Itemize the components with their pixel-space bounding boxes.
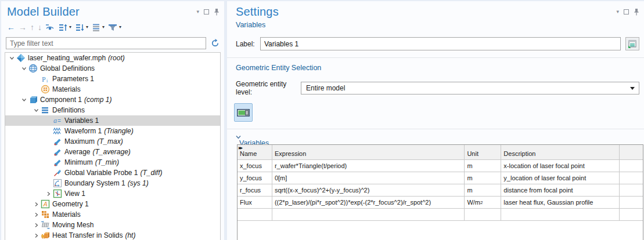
- unit-cell[interactable]: W/m2: [465, 197, 501, 208]
- tree-item-moving-mesh[interactable]: Moving Mesh: [5, 220, 220, 230]
- tree-item-view-1[interactable]: View 1: [5, 188, 220, 199]
- expand-arrow-icon[interactable]: [20, 97, 28, 103]
- extra-cell[interactable]: [620, 160, 643, 172]
- model-tree-display-button[interactable]: ▾: [92, 23, 105, 32]
- tree-item-materials[interactable]: Materials: [5, 209, 220, 220]
- unit-cell[interactable]: m: [465, 160, 501, 172]
- tree-item-variables-1[interactable]: a=Variables 1: [5, 115, 220, 126]
- collapse-caret-icon[interactable]: ▾: [196, 9, 199, 14]
- description-cell[interactable]: laser heat flux, Gaussian profile: [501, 197, 620, 208]
- tree-item-parameters-1[interactable]: PiParameters 1: [5, 74, 220, 84]
- expression-cell[interactable]: r_wafer*Triangle(t/period): [272, 160, 465, 172]
- nav-forward-button[interactable]: →: [19, 23, 27, 32]
- column-header-description[interactable]: Description: [501, 145, 620, 159]
- extra-cell[interactable]: [620, 184, 643, 196]
- tree-item-maximum[interactable]: Maximum(T_max): [5, 136, 220, 147]
- expand-arrow-icon[interactable]: [20, 66, 28, 71]
- globe-icon: [28, 64, 38, 73]
- geometry-icon: A: [40, 199, 50, 209]
- table-row: y_focus0[m]my_location of laser focal po…: [238, 172, 643, 184]
- name-cell[interactable]: Flux: [238, 197, 272, 208]
- tree-item-component-1[interactable]: Component 1(comp 1): [5, 94, 220, 105]
- collapse-arrow-icon[interactable]: [32, 233, 40, 238]
- move-up-button[interactable]: ↑: [30, 23, 34, 32]
- collapse-arrow-icon[interactable]: [32, 212, 40, 217]
- tree-item-boundary-system-1[interactable]: Boundary System 1(sys 1): [5, 178, 220, 188]
- view-icon: [52, 189, 62, 198]
- geometric-entity-level-dropdown[interactable]: Entire model: [301, 82, 639, 94]
- tree-item-minimum[interactable]: Minimum(T_min): [5, 157, 220, 168]
- tree-item-materials[interactable]: Materials: [5, 84, 220, 94]
- expression-cell[interactable]: sqrt((x-x_focus)^2+(y-y_focus)^2): [272, 184, 465, 196]
- tree-item-label: Parameters 1: [52, 75, 94, 83]
- unit-cell[interactable]: [465, 209, 501, 220]
- variables-icon: a=: [52, 116, 62, 125]
- float-icon[interactable]: [204, 9, 209, 14]
- tree-item-label: Boundary System 1(sys 1): [64, 179, 149, 187]
- refresh-icon[interactable]: [211, 39, 220, 48]
- extra-cell[interactable]: [620, 209, 643, 220]
- chevron-down-icon[interactable]: ▾: [86, 25, 88, 30]
- tree-item-waveform-1[interactable]: Waveform 1(Triangle): [5, 126, 220, 136]
- show-eye-button[interactable]: [45, 23, 55, 31]
- unit-cell[interactable]: m: [465, 184, 501, 196]
- name-cell[interactable]: [238, 209, 272, 220]
- table-row: r_focussqrt((x-x_focus)^2+(y-y_focus)^2)…: [238, 184, 643, 197]
- expression-cell[interactable]: [272, 209, 465, 220]
- filter-funnel-button[interactable]: ▾: [108, 23, 121, 32]
- tree-item-label: Heat Transfer in Solids(ht): [52, 231, 135, 239]
- expand-arrow-icon[interactable]: [32, 108, 40, 113]
- collapse-arrow-icon[interactable]: [32, 223, 40, 228]
- chevron-down-icon[interactable]: ▾: [102, 25, 105, 30]
- description-cell[interactable]: x-location of laser focal point: [501, 160, 620, 172]
- expression-cell[interactable]: ((2*p_laser)/(pi*r_spot^2))*exp(-(2*r_fo…: [272, 197, 465, 208]
- description-cell[interactable]: distance from focal point: [501, 184, 620, 196]
- tree-item-laser-heating-wafer-mph[interactable]: laser_heating_wafer.mph(root): [5, 53, 220, 63]
- chevron-down-icon[interactable]: ▾: [69, 25, 71, 30]
- tree-item-definitions[interactable]: Definitions: [5, 105, 220, 115]
- tree-item-label: Materials: [52, 210, 81, 219]
- nav-back-button[interactable]: ←: [7, 23, 15, 32]
- show-more-options-icon[interactable]: [625, 37, 639, 50]
- column-header-name[interactable]: Name▶▶: [238, 145, 272, 159]
- expression-cell[interactable]: 0[m]: [272, 172, 465, 184]
- tree-item-average[interactable]: Average(T_average): [5, 147, 220, 157]
- unit-cell[interactable]: m: [465, 172, 501, 184]
- column-header-expression[interactable]: Expression: [272, 145, 465, 159]
- tree-item-label: View 1: [64, 190, 85, 198]
- tree-item-global-variable-probe-1[interactable]: Global Variable Probe 1(T_diff): [5, 168, 220, 178]
- tree-item-global-definitions[interactable]: Global Definitions: [5, 63, 220, 74]
- tree-item-geometry-1[interactable]: AGeometry 1: [5, 199, 220, 209]
- moving-mesh-icon: [40, 220, 50, 230]
- chevron-down-icon: [236, 135, 636, 139]
- collapse-caret-icon[interactable]: ▾: [616, 9, 619, 14]
- collapse-arrow-icon[interactable]: [44, 191, 52, 197]
- expand-all-button[interactable]: ▾: [58, 23, 71, 32]
- description-cell[interactable]: y_location of laser focal point: [501, 172, 620, 184]
- move-down-button[interactable]: ↓: [38, 23, 42, 32]
- name-cell[interactable]: x_focus: [238, 160, 272, 172]
- pin-icon[interactable]: [214, 8, 220, 16]
- tree-item-heat-transfer-in-solids[interactable]: Heat Transfer in Solids(ht): [5, 230, 220, 240]
- variables-table: Name▶▶ExpressionUnitDescriptionx_focusr_…: [237, 144, 643, 240]
- pin-icon[interactable]: [634, 8, 639, 16]
- float-icon[interactable]: [624, 9, 629, 14]
- label-input[interactable]: [260, 37, 621, 50]
- column-header-extra[interactable]: [620, 145, 643, 159]
- column-header-unit[interactable]: Unit: [465, 145, 501, 159]
- label-field-label: Label:: [236, 40, 260, 48]
- tree-filter-input[interactable]: [6, 37, 206, 49]
- chevron-down-icon[interactable]: ▾: [119, 25, 121, 30]
- name-cell[interactable]: r_focus: [238, 184, 272, 196]
- extra-cell[interactable]: [620, 197, 643, 208]
- extra-cell[interactable]: [620, 172, 643, 184]
- tree-item-label: Definitions: [52, 106, 85, 114]
- expand-arrow-icon[interactable]: [8, 56, 16, 61]
- collapse-all-button[interactable]: ▾: [75, 23, 88, 32]
- svg-text:=: =: [57, 118, 61, 124]
- active-selection-toggle-button[interactable]: [234, 103, 253, 122]
- global-probe-icon: [52, 168, 62, 177]
- name-cell[interactable]: y_focus: [238, 172, 272, 184]
- collapse-arrow-icon[interactable]: [32, 202, 40, 207]
- description-cell[interactable]: [501, 209, 620, 220]
